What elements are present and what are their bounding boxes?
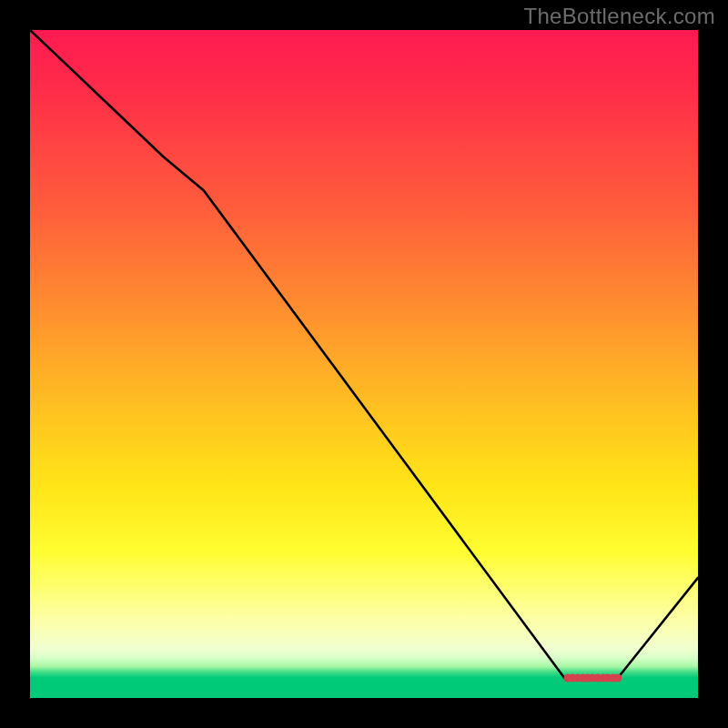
chart-frame: TheBottleneck.com: [0, 0, 728, 728]
watermark-text: TheBottleneck.com: [523, 4, 715, 29]
chart-svg: [30, 30, 698, 698]
line-series-curve: [30, 30, 698, 678]
plot-area: [30, 30, 698, 698]
flat-segment-markers: [563, 674, 622, 682]
marker-dot: [613, 674, 622, 682]
